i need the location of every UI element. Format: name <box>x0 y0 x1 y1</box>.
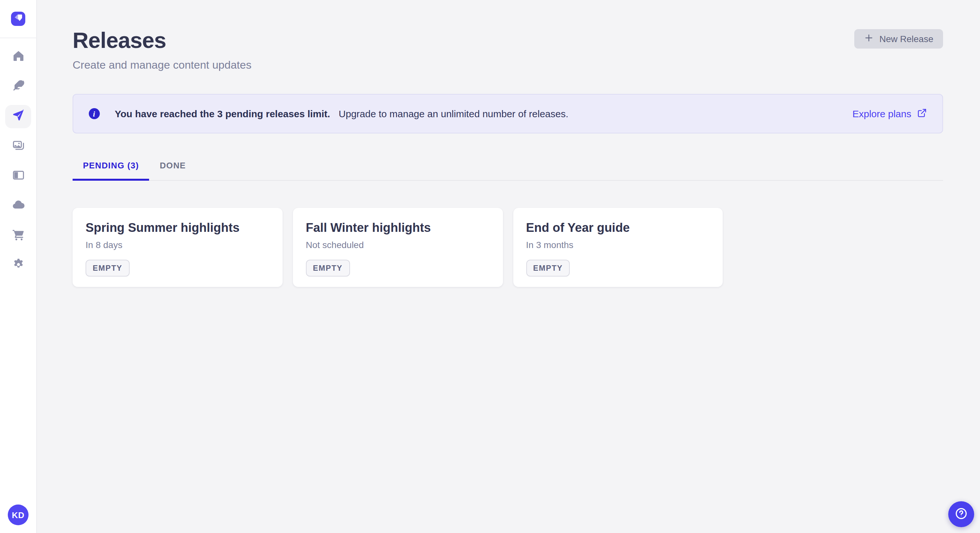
release-title: End of Year guide <box>526 220 710 236</box>
release-card-spring-summer[interactable]: Spring Summer highlights In 8 days EMPTY <box>73 208 283 287</box>
sidebar-item-store[interactable] <box>5 224 31 247</box>
new-release-button[interactable]: New Release <box>854 29 943 49</box>
layout-icon <box>11 168 25 184</box>
page-header-text: Releases Create and manage content updat… <box>73 27 251 73</box>
app-window: KD Releases Create and manage content up… <box>0 0 980 533</box>
page-title: Releases <box>73 27 251 53</box>
page-header: Releases Create and manage content updat… <box>73 27 943 73</box>
limit-banner-message-regular: Upgrade to manage an unlimited number of… <box>339 108 568 119</box>
sidebar-item-media-library[interactable] <box>5 135 31 158</box>
explore-plans-label: Explore plans <box>852 108 911 119</box>
sidebar-item-documents[interactable] <box>5 75 31 98</box>
page-subtitle: Create and manage content updates <box>73 58 251 73</box>
release-card-fall-winter[interactable]: Fall Winter highlights Not scheduled EMP… <box>293 208 503 287</box>
tab-done[interactable]: DONE <box>150 155 196 181</box>
main-content: Releases Create and manage content updat… <box>37 0 980 533</box>
release-card-end-of-year[interactable]: End of Year guide In 3 months EMPTY <box>513 208 723 287</box>
settings-icon <box>11 257 25 274</box>
release-schedule: In 8 days <box>86 239 270 251</box>
new-release-button-label: New Release <box>879 34 933 44</box>
release-schedule: Not scheduled <box>306 239 490 251</box>
sidebar-item-layouts[interactable] <box>5 165 31 188</box>
brand-logo-icon <box>11 11 25 27</box>
limit-banner-message-bold: You have reached the 3 pending releases … <box>115 108 330 119</box>
limit-banner-message: You have reached the 3 pending releases … <box>115 107 568 120</box>
plus-icon <box>864 33 873 45</box>
help-button[interactable] <box>948 501 974 527</box>
sidebar-item-settings[interactable] <box>5 254 31 277</box>
media-icon <box>11 138 25 154</box>
info-icon: i <box>89 108 100 119</box>
explore-plans-link[interactable]: Explore plans <box>852 108 927 119</box>
avatar[interactable]: KD <box>8 504 29 525</box>
releases-grid: Spring Summer highlights In 8 days EMPTY… <box>73 208 943 287</box>
sidebar-item-home[interactable] <box>5 45 31 69</box>
limit-banner: i You have reached the 3 pending release… <box>73 94 943 133</box>
cloud-icon <box>11 198 25 214</box>
help-circle-icon <box>954 506 968 522</box>
tabs: PENDING (3) DONE <box>73 155 943 181</box>
sidebar: KD <box>0 0 37 533</box>
brand-logo-button[interactable] <box>11 12 25 26</box>
release-status-badge: EMPTY <box>526 260 570 276</box>
release-status-badge: EMPTY <box>306 260 350 276</box>
limit-banner-left: i You have reached the 3 pending release… <box>89 107 568 120</box>
cart-icon <box>11 228 25 244</box>
sidebar-nav <box>0 38 36 277</box>
release-title: Spring Summer highlights <box>86 220 270 236</box>
release-schedule: In 3 months <box>526 239 710 251</box>
send-icon <box>11 108 25 125</box>
sidebar-item-releases[interactable] <box>5 105 31 128</box>
external-link-icon <box>917 108 927 119</box>
feather-icon <box>11 79 25 95</box>
tab-pending[interactable]: PENDING (3) <box>73 155 150 181</box>
release-status-badge: EMPTY <box>86 260 130 276</box>
sidebar-item-cloud[interactable] <box>5 194 31 217</box>
release-title: Fall Winter highlights <box>306 220 490 236</box>
home-icon <box>11 49 25 65</box>
